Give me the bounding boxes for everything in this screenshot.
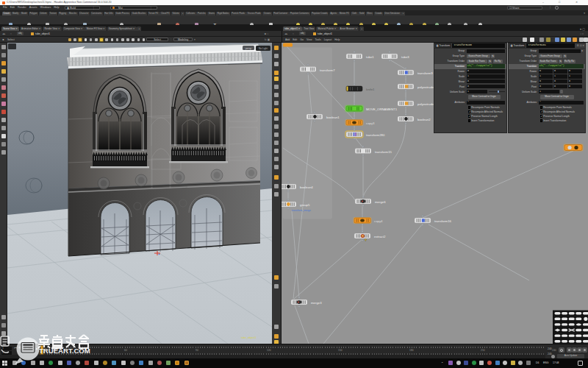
- svg-text:knife1: knife1: [366, 88, 375, 91]
- svg-text:boolean1: boolean1: [326, 116, 340, 119]
- svg-text:boolean2: boolean2: [417, 118, 431, 121]
- svg-text:transform15: transform15: [375, 149, 392, 153]
- svg-text:tube3: tube3: [401, 55, 409, 59]
- svg-text:copy4: copy4: [374, 219, 383, 223]
- svg-text:group5: group5: [300, 203, 310, 207]
- svg-text:transform9: transform9: [417, 71, 433, 75]
- svg-text:tube_object1: tube_object1: [241, 336, 257, 339]
- svg-text:transform16: transform16: [434, 219, 452, 223]
- svg-text:persp: persp: [245, 47, 251, 50]
- svg-text:boolean4: boolean4: [300, 185, 313, 189]
- svg-text:transform280: transform280: [366, 133, 385, 137]
- svg-text:copy3: copy3: [366, 121, 375, 125]
- svg-text:transform7: transform7: [320, 68, 335, 71]
- svg-text:merge3: merge3: [311, 301, 322, 305]
- svg-text:transform_merge: transform_merge: [292, 209, 311, 212]
- svg-text:tube1: tube1: [366, 55, 374, 59]
- svg-text:TRUEART.COM: TRUEART.COM: [39, 347, 90, 355]
- svg-text:extract2: extract2: [374, 235, 386, 238]
- svg-text:merge6: merge6: [375, 200, 386, 204]
- svg-text:No Light: No Light: [259, 47, 268, 50]
- svg-text:MOVE_ORNAMENT1: MOVE_ORNAMENT1: [366, 107, 398, 111]
